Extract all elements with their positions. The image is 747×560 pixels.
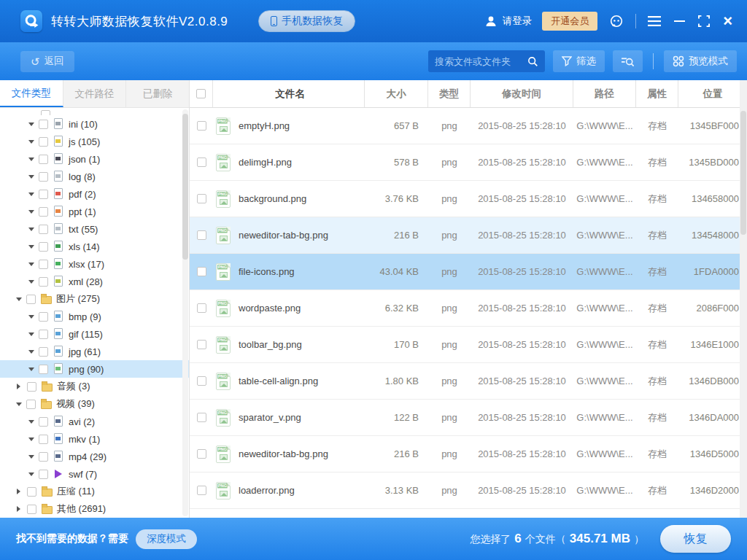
maximize-button[interactable] [697, 14, 711, 28]
advanced-search-button[interactable] [613, 50, 643, 72]
tree-checkbox[interactable] [39, 172, 48, 182]
sidebar-item-gif[interactable]: gif (115) [0, 325, 189, 343]
sidebar-scrollbar[interactable] [182, 109, 188, 516]
sidebar-scrollbar-thumb[interactable] [182, 114, 188, 260]
table-row[interactable]: PNGemptyH.png 657 B png 2015-08-25 15:28… [190, 108, 747, 144]
sidebar-item-xls[interactable]: xls (14) [0, 238, 189, 255]
tree-checkbox[interactable] [27, 487, 36, 497]
row-checkbox[interactable] [197, 230, 206, 240]
collapse-icon[interactable] [28, 210, 34, 214]
collapse-icon[interactable] [28, 245, 34, 249]
tree-checkbox[interactable] [39, 242, 48, 252]
sidebar-item-mkv[interactable]: mkv (1) [0, 430, 189, 448]
select-all-checkbox[interactable] [196, 89, 206, 98]
tree-checkbox[interactable] [39, 260, 48, 269]
tree-checkbox[interactable] [27, 505, 36, 514]
sidebar-item-mp4[interactable]: mp4 (29) [0, 448, 189, 465]
row-checkbox[interactable] [197, 486, 206, 495]
sidebar-item-json[interactable]: json (1) [0, 150, 189, 168]
collapse-icon[interactable] [28, 438, 34, 441]
tree-checkbox[interactable] [26, 400, 36, 409]
sidebar-item-video[interactable]: 视频 (39) [0, 395, 189, 413]
sidebar-item-audio[interactable]: 音频 (3) [0, 378, 189, 395]
deep-scan-button[interactable]: 深度模式 [136, 529, 197, 549]
collapse-icon[interactable] [16, 298, 22, 301]
tree-checkbox[interactable] [39, 155, 48, 164]
sidebar-item-log[interactable]: log (8) [0, 168, 189, 185]
tab-deleted[interactable]: 已删除 [126, 80, 189, 107]
row-checkbox[interactable] [197, 194, 206, 203]
search-input[interactable] [435, 56, 527, 67]
table-scrollbar[interactable] [740, 80, 747, 518]
collapse-icon[interactable] [16, 402, 22, 406]
sidebar-item-swf[interactable]: swf (7) [0, 465, 189, 483]
collapse-icon[interactable] [28, 122, 34, 126]
search-icon[interactable] [527, 56, 538, 67]
sidebar-item-js[interactable]: js (105) [0, 133, 189, 150]
tree-checkbox[interactable] [39, 137, 48, 147]
collapse-icon[interactable] [28, 280, 34, 284]
table-row[interactable]: PNGloaderror.png 3.13 KB png 2015-08-25 … [190, 472, 747, 509]
recover-button[interactable]: 恢复 [660, 525, 731, 553]
tab-file-path[interactable]: 文件路径 [63, 80, 127, 107]
back-button[interactable]: ↺ 返回 [20, 51, 74, 72]
collapse-icon[interactable] [28, 350, 34, 354]
filter-button[interactable]: 筛选 [553, 50, 605, 72]
sidebar-item-png[interactable]: png (90) [0, 360, 189, 378]
preview-mode-button[interactable]: 预览模式 [664, 50, 737, 72]
sidebar-item-xml[interactable]: xml (28) [0, 273, 189, 290]
minimize-button[interactable] [673, 19, 686, 23]
collapse-icon[interactable] [28, 472, 34, 476]
row-checkbox[interactable] [197, 376, 206, 386]
expand-icon[interactable] [17, 489, 23, 494]
tree-checkbox[interactable] [39, 470, 48, 479]
sidebar-item-archive[interactable]: 压缩 (11) [0, 483, 189, 500]
menu-button[interactable] [646, 15, 662, 28]
tree-checkbox[interactable] [39, 277, 48, 287]
sidebar-item-ppt[interactable]: ppt (1) [0, 203, 189, 220]
expand-icon[interactable] [17, 384, 23, 389]
support-chat-icon[interactable] [608, 12, 625, 30]
collapse-icon[interactable] [28, 175, 34, 179]
sidebar-item-txt[interactable]: txt (55) [0, 220, 189, 238]
collapse-icon[interactable] [28, 455, 34, 459]
sidebar-item-ini[interactable]: ini (10) [0, 115, 189, 133]
table-row[interactable]: PNGtable-cell-align.png 1.80 KB png 2015… [190, 363, 747, 400]
row-checkbox[interactable] [197, 267, 206, 276]
sidebar-item-avi[interactable]: avi (2) [0, 413, 189, 430]
row-checkbox[interactable] [197, 340, 206, 349]
tree-checkbox[interactable] [39, 435, 48, 444]
sidebar-item-images[interactable]: 图片 (275) [0, 290, 189, 308]
sidebar-item-bmp[interactable]: bmp (9) [0, 308, 189, 325]
collapse-icon[interactable] [28, 368, 34, 371]
table-row[interactable]: PNGdelimgH.png 578 B png 2015-08-25 15:2… [190, 144, 747, 181]
collapse-icon[interactable] [28, 158, 34, 161]
collapse-icon[interactable] [28, 420, 34, 424]
tree-checkbox[interactable] [39, 452, 48, 462]
close-button[interactable]: × [721, 13, 734, 29]
phone-recovery-button[interactable]: 手机数据恢复 [258, 10, 355, 32]
sidebar-item-xlsx[interactable]: xlsx (17) [0, 255, 189, 273]
table-row[interactable]: PNGtoolbar_bg.png 170 B png 2015-08-25 1… [190, 327, 747, 363]
tree-checkbox[interactable] [27, 382, 36, 392]
row-checkbox[interactable] [197, 121, 206, 131]
tree-checkbox[interactable] [39, 190, 48, 199]
row-checkbox[interactable] [197, 158, 206, 167]
tree-checkbox[interactable] [39, 120, 48, 129]
tree-checkbox[interactable] [39, 417, 48, 427]
collapse-icon[interactable] [28, 192, 34, 196]
sidebar-item-jpg[interactable]: jpg (61) [0, 343, 189, 360]
sidebar-item-pdf[interactable]: pdf (2) [0, 185, 189, 203]
collapse-icon[interactable] [28, 140, 34, 144]
sidebar-item-other[interactable]: 其他 (2691) [0, 500, 189, 518]
collapse-icon[interactable] [28, 262, 34, 266]
tree-checkbox[interactable] [39, 207, 48, 217]
collapse-icon[interactable] [28, 228, 34, 231]
table-row-selected[interactable]: PNGfile-icons.png 43.04 KB png 2015-08-2… [190, 254, 747, 290]
row-checkbox[interactable] [197, 303, 206, 313]
tree-checkbox[interactable] [39, 312, 48, 322]
table-row[interactable]: PNGneweditor-tab-bg.png 216 B png 2015-0… [190, 217, 747, 254]
tree-checkbox[interactable] [39, 365, 48, 374]
collapse-icon[interactable] [28, 332, 34, 336]
collapse-icon[interactable] [28, 315, 34, 319]
